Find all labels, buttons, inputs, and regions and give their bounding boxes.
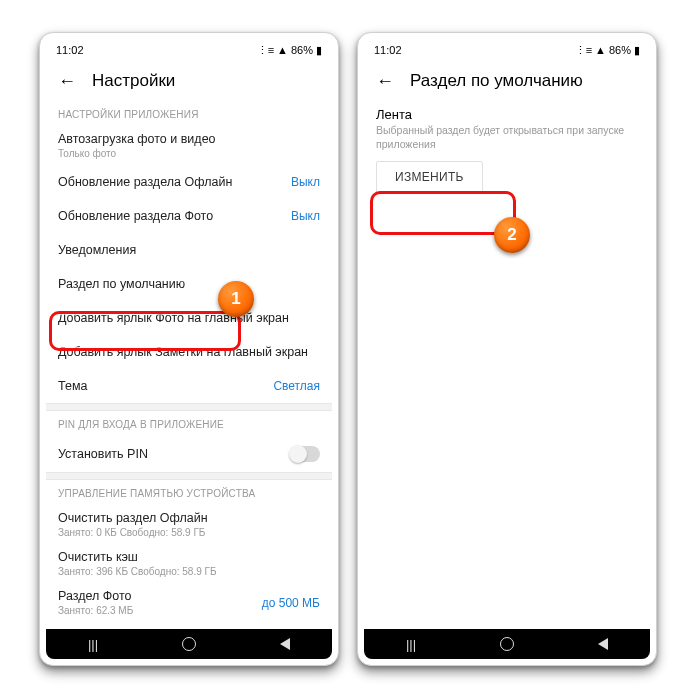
settings-body: НАСТРОЙКИ ПРИЛОЖЕНИЯ Автозагрузка фото и… xyxy=(46,101,332,629)
battery-text: 86% xyxy=(291,44,313,56)
description-text: Выбранный раздел будет открываться при з… xyxy=(364,122,650,151)
nav-bar: ||| xyxy=(364,629,650,659)
phone-right: 11:02 ⋮≡ ▲ 86% ▮ ← Раздел по умолчанию Л… xyxy=(357,32,657,666)
row-shortcut-photo[interactable]: Добавить ярлык Фото на главный экран xyxy=(46,301,332,335)
status-bar: 11:02 ⋮≡ ▲ 86% ▮ xyxy=(364,39,650,61)
row-theme[interactable]: Тема Светлая xyxy=(46,369,332,403)
row-clear-offline[interactable]: Очистить раздел Офлайн Занято: 0 КБ Своб… xyxy=(46,505,332,544)
row-value: Выкл xyxy=(291,175,320,189)
row-label: Установить PIN xyxy=(58,447,148,461)
page-title: Настройки xyxy=(92,71,175,91)
section-pin: PIN ДЛЯ ВХОДА В ПРИЛОЖЕНИЕ xyxy=(46,411,332,436)
nav-recent-icon[interactable]: ||| xyxy=(88,637,98,652)
status-time: 11:02 xyxy=(374,44,402,56)
phone-left: 11:02 ⋮≡ ▲ 86% ▮ ← Настройки НАСТРОЙКИ П… xyxy=(39,32,339,666)
nav-bar: ||| xyxy=(46,629,332,659)
battery-icon: ▮ xyxy=(634,44,640,57)
nav-back-icon[interactable] xyxy=(598,638,608,650)
header: ← Раздел по умолчанию xyxy=(364,61,650,101)
battery-icon: ▮ xyxy=(316,44,322,57)
section-app-settings: НАСТРОЙКИ ПРИЛОЖЕНИЯ xyxy=(46,101,332,126)
row-sub: Занято: 396 КБ Свободно: 58.9 ГБ xyxy=(58,566,217,577)
divider xyxy=(46,472,332,480)
row-value: до 500 МБ xyxy=(262,596,320,610)
row-label: Раздел Фото xyxy=(58,589,132,603)
row-label: Очистить кэш xyxy=(58,550,138,564)
row-label: Добавить ярлык Заметки на главный экран xyxy=(58,345,308,359)
row-label: Обновление раздела Фото xyxy=(58,209,213,223)
screen-left: 11:02 ⋮≡ ▲ 86% ▮ ← Настройки НАСТРОЙКИ П… xyxy=(46,39,332,659)
nav-home-icon[interactable] xyxy=(182,637,196,651)
row-label: Очистить раздел Офлайн xyxy=(58,511,208,525)
row-value: Выкл xyxy=(291,209,320,223)
row-set-pin[interactable]: Установить PIN xyxy=(46,436,332,472)
status-time: 11:02 xyxy=(56,44,84,56)
row-label: Тема xyxy=(58,379,87,393)
nav-back-icon[interactable] xyxy=(280,638,290,650)
nav-recent-icon[interactable]: ||| xyxy=(406,637,416,652)
row-label: Раздел по умолчанию xyxy=(58,277,185,291)
wifi-icon: ⋮≡ xyxy=(257,44,274,57)
section-memory: УПРАВЛЕНИЕ ПАМЯТЬЮ УСТРОЙСТВА xyxy=(46,480,332,505)
signal-icon: ▲ xyxy=(595,44,606,56)
page-title: Раздел по умолчанию xyxy=(410,71,583,91)
wifi-icon: ⋮≡ xyxy=(575,44,592,57)
row-label: Автозагрузка фото и видео xyxy=(58,132,216,146)
row-sub: Занято: 0 КБ Свободно: 58.9 ГБ xyxy=(58,527,208,538)
row-label: Уведомления xyxy=(58,243,136,257)
row-sub: Только фото xyxy=(58,148,216,159)
back-icon[interactable]: ← xyxy=(58,72,76,90)
back-icon[interactable]: ← xyxy=(376,72,394,90)
screen-right: 11:02 ⋮≡ ▲ 86% ▮ ← Раздел по умолчанию Л… xyxy=(364,39,650,659)
row-default-section[interactable]: Раздел по умолчанию xyxy=(46,267,332,301)
row-label: Обновление раздела Офлайн xyxy=(58,175,232,189)
change-button[interactable]: ИЗМЕНИТЬ xyxy=(376,161,483,193)
row-update-offline[interactable]: Обновление раздела Офлайн Выкл xyxy=(46,165,332,199)
row-notifications[interactable]: Уведомления xyxy=(46,233,332,267)
row-photo-section[interactable]: Раздел Фото Занято: 62.3 МБ до 500 МБ xyxy=(46,583,332,622)
row-value: Светлая xyxy=(273,379,320,393)
signal-icon: ▲ xyxy=(277,44,288,56)
current-section-label: Лента xyxy=(364,101,650,122)
row-shortcut-notes[interactable]: Добавить ярлык Заметки на главный экран xyxy=(46,335,332,369)
row-autoload[interactable]: Автозагрузка фото и видео Только фото xyxy=(46,126,332,165)
nav-home-icon[interactable] xyxy=(500,637,514,651)
default-section-body: Лента Выбранный раздел будет открываться… xyxy=(364,101,650,629)
row-update-photo[interactable]: Обновление раздела Фото Выкл xyxy=(46,199,332,233)
header: ← Настройки xyxy=(46,61,332,101)
status-bar: 11:02 ⋮≡ ▲ 86% ▮ xyxy=(46,39,332,61)
row-label: Добавить ярлык Фото на главный экран xyxy=(58,311,289,325)
battery-text: 86% xyxy=(609,44,631,56)
row-clear-cache[interactable]: Очистить кэш Занято: 396 КБ Свободно: 58… xyxy=(46,544,332,583)
toggle-pin[interactable] xyxy=(290,446,320,462)
row-sub: Занято: 62.3 МБ xyxy=(58,605,133,616)
divider xyxy=(46,403,332,411)
